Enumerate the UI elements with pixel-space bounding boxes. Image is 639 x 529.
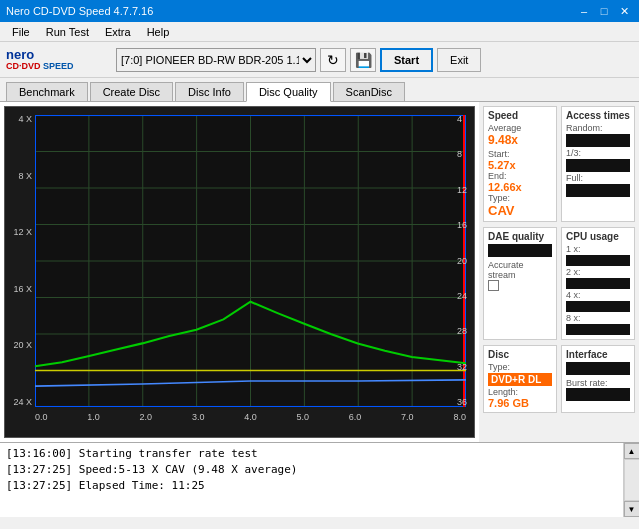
start-label: Start:: [488, 149, 552, 159]
cpu-4x: 4 x:: [566, 290, 630, 300]
y-right-4: 4: [457, 115, 462, 124]
speed-title: Speed: [488, 110, 552, 121]
cpu-8x: 8 x:: [566, 313, 630, 323]
random-value: [566, 134, 630, 147]
x-5: 5.0: [296, 412, 309, 422]
log-scrollbar: ▲ ▼: [623, 443, 639, 517]
average-label: Average: [488, 123, 552, 133]
x-7: 7.0: [401, 412, 414, 422]
full-label: Full:: [566, 173, 630, 183]
x-4: 4.0: [244, 412, 257, 422]
x-axis: 0.0 1.0 2.0 3.0 4.0 5.0 6.0 7.0 8.0: [35, 409, 466, 437]
logo: nero CD·DVD SPEED: [6, 44, 106, 76]
side-panel: Speed Average 9.48x Start: 5.27x End: 12…: [479, 102, 639, 442]
tab-disc-quality[interactable]: Disc Quality: [246, 82, 331, 102]
scroll-down-button[interactable]: ▼: [624, 501, 640, 517]
cpu-1x: 1 x:: [566, 244, 630, 254]
y-right-16: 16: [457, 221, 467, 230]
minimize-button[interactable]: –: [575, 3, 593, 19]
menu-extra[interactable]: Extra: [97, 24, 139, 40]
type-label: Type:: [488, 193, 552, 203]
menu-bar: File Run Test Extra Help: [0, 22, 639, 42]
x-1: 1.0: [87, 412, 100, 422]
onethird-label: 1/3:: [566, 148, 630, 158]
dae-title: DAE quality: [488, 231, 552, 242]
tab-scan-disc[interactable]: ScanDisc: [333, 82, 405, 101]
main-content: 24 X 20 X 16 X 12 X 8 X 4 X: [0, 102, 639, 442]
x-2: 2.0: [140, 412, 153, 422]
type-value: CAV: [488, 203, 552, 218]
y-label-12x: 12 X: [13, 228, 32, 237]
disc-length-label: Length:: [488, 387, 552, 397]
y-right-12: 12: [457, 186, 467, 195]
end-value: 12.66x: [488, 181, 552, 193]
save-button[interactable]: 💾: [350, 48, 376, 72]
tab-create-disc[interactable]: Create Disc: [90, 82, 173, 101]
log-line-2: [13:27:25] Speed:5-13 X CAV (9.48 X aver…: [6, 462, 617, 478]
menu-run-test[interactable]: Run Test: [38, 24, 97, 40]
burst-label: Burst rate:: [566, 378, 630, 388]
window-controls: – □ ✕: [575, 3, 633, 19]
y-right-24: 24: [457, 292, 467, 301]
disc-title: Disc: [488, 349, 552, 360]
burst-value: [566, 388, 630, 401]
y-right-20: 20: [457, 257, 467, 266]
scroll-up-button[interactable]: ▲: [624, 443, 640, 459]
menu-help[interactable]: Help: [139, 24, 178, 40]
cpu-2x-value: [566, 278, 630, 289]
x-6: 6.0: [349, 412, 362, 422]
cpu-2x: 2 x:: [566, 267, 630, 277]
access-title: Access times: [566, 110, 630, 121]
dae-value: [488, 244, 552, 257]
disc-type-value: DVD+R DL: [488, 373, 552, 386]
chart-area: 24 X 20 X 16 X 12 X 8 X 4 X: [4, 106, 475, 438]
disc-length-value: 7.96 GB: [488, 397, 552, 409]
start-value: 5.27x: [488, 159, 552, 171]
x-0: 0.0: [35, 412, 48, 422]
chart-plot: [35, 115, 466, 407]
scroll-track[interactable]: [624, 459, 640, 501]
cpu-1x-value: [566, 255, 630, 266]
y-label-8x: 8 X: [18, 172, 32, 181]
end-label: End:: [488, 171, 552, 181]
reload-button[interactable]: ↻: [320, 48, 346, 72]
log-area: [13:16:00] Starting transfer rate test […: [0, 442, 639, 517]
accurate-stream-checkbox[interactable]: [488, 280, 499, 291]
y-axis-left: 24 X 20 X 16 X 12 X 8 X 4 X: [5, 115, 35, 407]
disc-type-label: Type:: [488, 362, 552, 372]
close-button[interactable]: ✕: [615, 3, 633, 19]
cpu-title: CPU usage: [566, 231, 630, 242]
tab-disc-info[interactable]: Disc Info: [175, 82, 244, 101]
chart-svg: [35, 115, 466, 407]
accurate-label: Accurate: [488, 260, 552, 270]
stream-label: stream: [488, 270, 552, 280]
full-value: [566, 184, 630, 197]
cpu-4x-value: [566, 301, 630, 312]
menu-file[interactable]: File: [4, 24, 38, 40]
y-label-20x: 20 X: [13, 341, 32, 350]
random-label: Random:: [566, 123, 630, 133]
logo-cdspeed: CD·DVD SPEED: [6, 61, 74, 71]
title-bar: Nero CD-DVD Speed 4.7.7.16 – □ ✕: [0, 0, 639, 22]
toolbar: nero CD·DVD SPEED [7:0] PIONEER BD-RW BD…: [0, 42, 639, 78]
exit-button[interactable]: Exit: [437, 48, 481, 72]
average-value: 9.48x: [488, 133, 552, 147]
maximize-button[interactable]: □: [595, 3, 613, 19]
log-content: [13:16:00] Starting transfer rate test […: [0, 443, 623, 517]
interface-title: Interface: [566, 349, 630, 360]
onethird-value: [566, 159, 630, 172]
y-right-8: 8: [457, 150, 462, 159]
x-8: 8.0: [453, 412, 466, 422]
y-label-4x: 4 X: [18, 115, 32, 124]
drive-selector[interactable]: [7:0] PIONEER BD-RW BDR-205 1.12: [116, 48, 316, 72]
y-right-28: 28: [457, 327, 467, 336]
y-right-36: 36: [457, 398, 467, 407]
title-text: Nero CD-DVD Speed 4.7.7.16: [6, 5, 153, 17]
y-right-32: 32: [457, 363, 467, 372]
start-button[interactable]: Start: [380, 48, 433, 72]
y-axis-right: 36 32 28 24 20 16 12 8 4: [454, 115, 474, 407]
logo-nero: nero: [6, 48, 74, 61]
tab-bar: Benchmark Create Disc Disc Info Disc Qua…: [0, 78, 639, 102]
tab-benchmark[interactable]: Benchmark: [6, 82, 88, 101]
y-label-24x: 24 X: [13, 398, 32, 407]
